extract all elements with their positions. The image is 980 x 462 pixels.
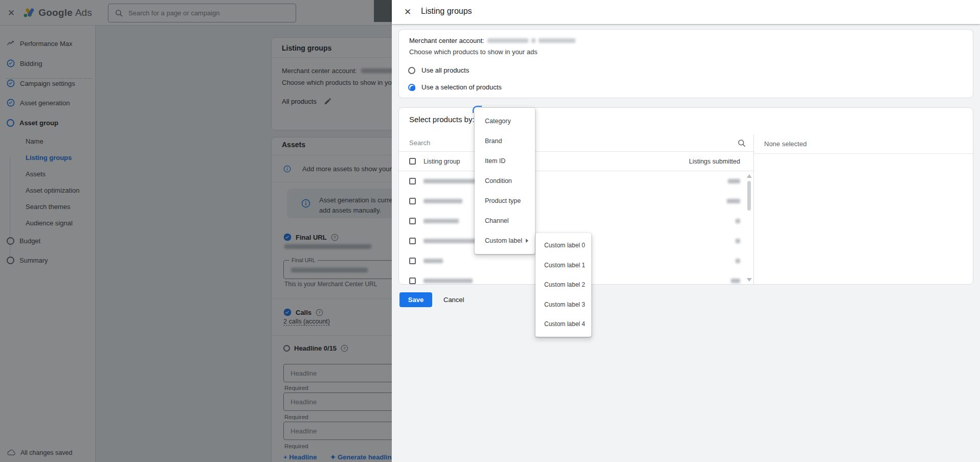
column-listings-submitted: Listings submitted <box>689 158 740 165</box>
menu-item-category[interactable]: Category <box>475 111 535 131</box>
listing-groups-panel: ✕ Listing groups Merchant center account… <box>392 0 980 462</box>
radio-use-all-products[interactable]: Use all products <box>408 66 469 74</box>
redacted-count <box>736 219 740 223</box>
radio-icon <box>408 67 415 74</box>
radio-label: Use all products <box>421 66 469 74</box>
submenu-item-custom-label-2[interactable]: Custom label 2 <box>536 275 591 295</box>
menu-item-custom-label[interactable]: Custom label <box>475 230 535 250</box>
custom-label-submenu: Custom label 0 Custom label 1 Custom lab… <box>536 233 591 337</box>
redacted-count <box>727 199 740 203</box>
redacted-listing-group <box>424 259 443 263</box>
select-all-checkbox[interactable] <box>409 158 416 165</box>
table-header-row: Listing group Listings submitted <box>399 152 753 171</box>
submenu-item-custom-label-1[interactable]: Custom label 1 <box>536 256 591 275</box>
menu-item-channel[interactable]: Channel <box>475 211 535 230</box>
submenu-arrow-icon <box>526 239 528 243</box>
products-source-card: Merchant center account: Choose which pr… <box>398 29 973 98</box>
select-by-menu: Category Brand Item ID Condition Product… <box>475 108 535 254</box>
table-row[interactable] <box>399 211 753 231</box>
choose-products-line: Choose which products to show in your ad… <box>409 48 538 56</box>
radio-label: Use a selection of products <box>421 83 502 91</box>
row-checkbox[interactable] <box>409 218 416 224</box>
table-row[interactable] <box>399 171 753 191</box>
select-products-by-label: Select products by: <box>409 115 475 124</box>
submenu-item-custom-label-3[interactable]: Custom label 3 <box>536 295 591 315</box>
redacted-listing-group <box>424 179 477 183</box>
row-checkbox[interactable] <box>409 178 416 184</box>
cancel-button[interactable]: Cancel <box>443 292 464 307</box>
close-icon[interactable]: ✕ <box>404 7 411 17</box>
radio-use-selection[interactable]: Use a selection of products <box>408 83 502 91</box>
table-scrollbar[interactable] <box>746 173 752 282</box>
submenu-item-custom-label-4[interactable]: Custom label 4 <box>536 314 591 334</box>
scroll-up-icon[interactable] <box>747 174 752 178</box>
column-listing-group: Listing group <box>424 158 460 165</box>
redacted-count <box>736 239 740 243</box>
scrollbar-thumb[interactable] <box>747 181 751 211</box>
redacted-count <box>736 259 740 263</box>
redacted-merchant-id <box>487 38 528 43</box>
screen: ✕ GoogleAds Performance Max <box>0 0 980 462</box>
table-row[interactable] <box>399 191 753 211</box>
row-checkbox[interactable] <box>409 278 416 284</box>
redacted-listing-group <box>424 199 462 203</box>
scroll-down-icon[interactable] <box>747 278 752 282</box>
redacted-listing-group <box>424 239 477 243</box>
merchant-account-line: Merchant center account: <box>409 37 575 44</box>
search-icon <box>737 138 746 148</box>
menu-item-label: Custom label <box>485 237 522 244</box>
selected-products-pane: None selected <box>754 134 973 284</box>
menu-item-brand[interactable]: Brand <box>475 131 535 151</box>
row-checkbox[interactable] <box>409 258 416 264</box>
redacted-merchant-name <box>539 38 575 43</box>
redacted-listing-group <box>424 219 459 223</box>
panel-title: Listing groups <box>421 7 472 16</box>
menu-item-item-id[interactable]: Item ID <box>475 151 535 171</box>
table-search-input[interactable] <box>399 134 706 151</box>
row-checkbox[interactable] <box>409 198 416 204</box>
redacted-listing-group <box>424 279 473 283</box>
menu-item-condition[interactable]: Condition <box>475 171 535 191</box>
save-button[interactable]: Save <box>399 292 432 307</box>
radio-selected-icon <box>408 84 415 91</box>
panel-header: ✕ Listing groups <box>392 0 980 24</box>
row-checkbox[interactable] <box>409 238 416 244</box>
redacted-count <box>728 179 740 183</box>
table-search-row <box>399 134 753 152</box>
none-selected-label: None selected <box>754 134 973 154</box>
redacted-count <box>731 279 740 283</box>
submenu-item-custom-label-0[interactable]: Custom label 0 <box>536 236 591 256</box>
menu-item-product-type[interactable]: Product type <box>475 191 535 211</box>
